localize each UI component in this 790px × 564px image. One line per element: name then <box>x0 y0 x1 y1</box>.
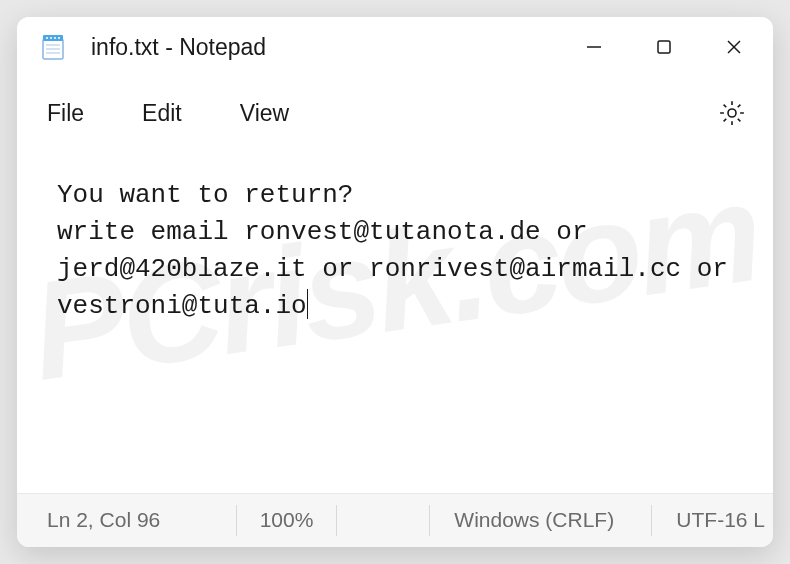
menu-view[interactable]: View <box>240 100 289 127</box>
minimize-button[interactable] <box>559 17 629 77</box>
svg-point-13 <box>728 109 736 117</box>
svg-point-2 <box>46 37 48 39</box>
maximize-button[interactable] <box>629 17 699 77</box>
notepad-window: info.txt - Notepad File Edit View You wa… <box>17 17 773 547</box>
window-controls <box>559 17 769 77</box>
svg-point-4 <box>54 37 56 39</box>
statusbar: Ln 2, Col 96 100% Windows (CRLF) UTF-16 … <box>17 493 773 547</box>
status-zoom[interactable]: 100% <box>237 505 337 537</box>
svg-rect-10 <box>658 41 670 53</box>
window-title: info.txt - Notepad <box>91 34 559 61</box>
text-editor[interactable]: You want to return? write email ronvest@… <box>17 149 773 493</box>
close-button[interactable] <box>699 17 769 77</box>
status-line-ending: Windows (CRLF) <box>430 505 652 537</box>
menu-file[interactable]: File <box>47 100 84 127</box>
notepad-icon <box>39 33 67 61</box>
svg-point-5 <box>58 37 60 39</box>
settings-button[interactable] <box>717 98 747 128</box>
menu-edit[interactable]: Edit <box>142 100 182 127</box>
document-text: You want to return? write email ronvest@… <box>57 180 744 321</box>
status-cursor-position: Ln 2, Col 96 <box>17 505 237 537</box>
menubar: File Edit View <box>17 77 773 149</box>
svg-point-3 <box>50 37 52 39</box>
status-encoding: UTF-16 L <box>652 505 773 537</box>
titlebar: info.txt - Notepad <box>17 17 773 77</box>
status-spacer <box>337 505 430 537</box>
text-caret <box>307 289 309 319</box>
